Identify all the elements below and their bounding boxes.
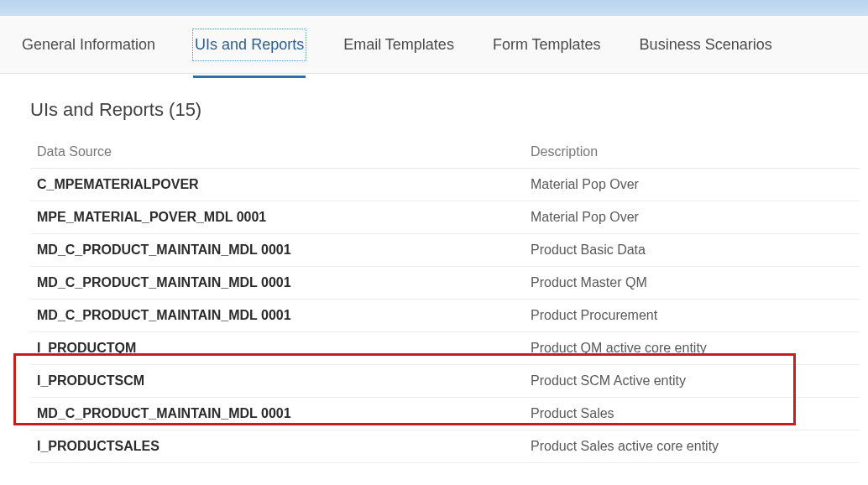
table-row[interactable]: I_PRODUCTSALES Product Sales active core… <box>30 430 860 463</box>
cell-description: Material Pop Over <box>531 177 855 192</box>
table-row[interactable]: I_PRODUCTQM Product QM active core entit… <box>30 332 860 365</box>
table-row[interactable]: I_PRODUCTSCM Product SCM Active entity <box>30 365 860 398</box>
cell-description: Product QM active core entity <box>531 341 855 356</box>
cell-data-source: I_PRODUCTSALES <box>35 439 531 454</box>
table-row[interactable]: C_MPEMATERIALPOVER Material Pop Over <box>30 169 860 201</box>
cell-data-source: I_PRODUCTQM <box>35 341 531 356</box>
cell-description: Product Basic Data <box>531 242 855 258</box>
table-row[interactable]: MPE_MATERIAL_POVER_MDL 0001 Material Pop… <box>30 201 860 234</box>
top-header-bar <box>0 0 868 16</box>
cell-description: Product Sales active core entity <box>531 439 855 454</box>
cell-data-source: MD_C_PRODUCT_MAINTAIN_MDL 0001 <box>35 275 531 290</box>
table-row[interactable]: MD_C_PRODUCT_MAINTAIN_MDL 0001 Product B… <box>30 234 860 267</box>
cell-description: Product Master QM <box>531 275 855 290</box>
column-header-data-source[interactable]: Data Source <box>35 144 531 159</box>
cell-data-source: C_MPEMATERIALPOVER <box>35 177 531 192</box>
content-area: UIs and Reports (15) Data Source Descrip… <box>0 74 868 463</box>
cell-data-source: MPE_MATERIAL_POVER_MDL 0001 <box>35 210 531 225</box>
column-header-description[interactable]: Description <box>531 144 855 159</box>
table-header: Data Source Description <box>30 136 860 169</box>
cell-data-source: MD_C_PRODUCT_MAINTAIN_MDL 0001 <box>35 308 531 323</box>
table-row[interactable]: MD_C_PRODUCT_MAINTAIN_MDL 0001 Product M… <box>30 267 860 300</box>
tab-uis-and-reports[interactable]: UIs and Reports <box>192 29 306 61</box>
table-row[interactable]: MD_C_PRODUCT_MAINTAIN_MDL 0001 Product S… <box>30 398 860 430</box>
tab-form-templates[interactable]: Form Templates <box>491 29 603 60</box>
cell-description: Product Sales <box>531 406 855 421</box>
cell-data-source: MD_C_PRODUCT_MAINTAIN_MDL 0001 <box>35 406 531 421</box>
section-title: UIs and Reports (15) <box>30 99 860 121</box>
cell-data-source: I_PRODUCTSCM <box>35 373 531 389</box>
uis-reports-table: Data Source Description C_MPEMATERIALPOV… <box>30 136 860 463</box>
tab-business-scenarios[interactable]: Business Scenarios <box>638 29 774 60</box>
tab-strip: General Information UIs and Reports Emai… <box>0 16 868 74</box>
tab-email-templates[interactable]: Email Templates <box>342 29 456 60</box>
tab-general-information[interactable]: General Information <box>20 29 157 60</box>
cell-description: Product Procurement <box>531 308 855 323</box>
cell-description: Material Pop Over <box>531 210 855 225</box>
cell-description: Product SCM Active entity <box>531 373 855 389</box>
cell-data-source: MD_C_PRODUCT_MAINTAIN_MDL 0001 <box>35 242 531 258</box>
table-row[interactable]: MD_C_PRODUCT_MAINTAIN_MDL 0001 Product P… <box>30 300 860 332</box>
